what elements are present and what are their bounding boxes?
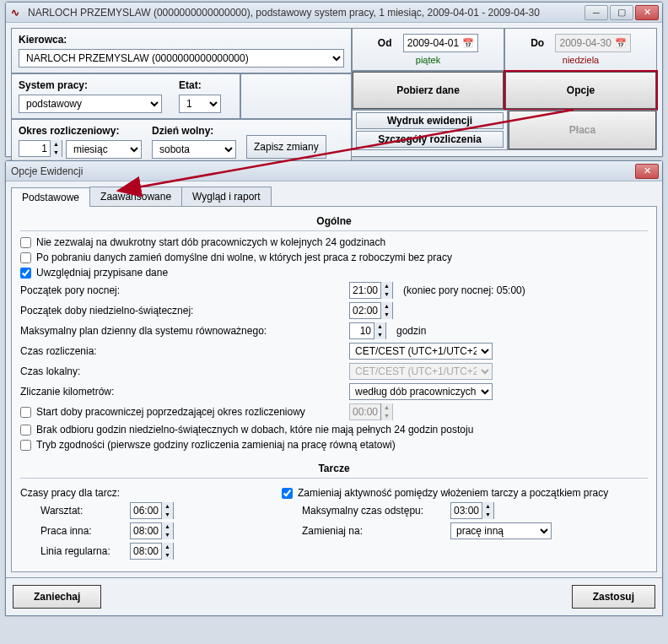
cb-assigned[interactable]: Uwzględniaj przypisane dane: [20, 267, 648, 279]
cb-prev-start[interactable]: Start doby pracowniczej poprzedzającej o…: [20, 406, 349, 418]
system-cell: System pracy: podstawowy Etat: 1: [11, 73, 240, 119]
dialog-close-button[interactable]: ✕: [635, 164, 659, 179]
dialog-title: Opcje Ewidencji: [11, 165, 635, 177]
km-select[interactable]: według dób pracowniczych: [349, 383, 493, 400]
dzien-label: Dzień wolny:: [152, 125, 236, 137]
od-cell: Od 2009-04-01📅 piątek: [352, 28, 504, 71]
warsztat-label: Warsztat:: [20, 505, 130, 517]
spacer-cell: [240, 73, 352, 119]
do-label: Do: [531, 37, 544, 49]
inna-spin[interactable]: 08:00▲▼: [130, 522, 174, 539]
tab-view[interactable]: Wygląd i raport: [181, 187, 272, 206]
system-label: System pracy:: [19, 79, 162, 91]
tab-advanced[interactable]: Zaawansowane: [89, 187, 182, 206]
local-select: CET/CEST (UTC+1/UTC+2): [349, 363, 493, 380]
dialog-titlebar[interactable]: Opcje Ewidencji ✕: [6, 161, 662, 181]
options-dialog: Opcje Ewidencji ✕ Podstawowe Zaawansowan…: [5, 160, 663, 616]
main-titlebar[interactable]: ∿ NARLOCH PRZEMYSLAW (0000000000000000),…: [6, 3, 662, 23]
night-spin[interactable]: 21:00▲▼: [349, 282, 393, 299]
app-logo-icon: ∿: [11, 7, 23, 19]
linia-spin[interactable]: 08:00▲▼: [130, 543, 174, 560]
pay-button: Płaca: [509, 111, 656, 149]
do-dow: niedziela: [509, 55, 653, 65]
okres-cell: Okres rozliczeniowy: 1▲▼ miesiąc Dzień w…: [11, 119, 352, 165]
main-window: ∿ NARLOCH PRZEMYSLAW (0000000000000000),…: [5, 2, 663, 157]
swapto-label: Zamieniaj na:: [282, 525, 450, 537]
options-cell: Opcje: [504, 71, 657, 110]
sunday-spin[interactable]: 02:00▲▼: [349, 302, 393, 319]
print-button[interactable]: Wydruk ewidencji: [356, 112, 504, 129]
tz-select[interactable]: CET/CEST (UTC+1/UTC+2): [349, 343, 493, 360]
warsztat-spin[interactable]: 06:00▲▼: [130, 502, 174, 519]
driver-select[interactable]: NARLOCH PRZEMYSLAW (0000000000000000): [19, 49, 344, 68]
od-dow: piątek: [356, 55, 500, 65]
system-select[interactable]: podstawowy: [19, 95, 162, 113]
sunday-label: Początek doby niedzielno-świątecznej:: [20, 305, 349, 317]
maxgap-label: Maksymalny czas odstępu:: [282, 505, 450, 517]
okres-spin[interactable]: 1▲▼: [19, 140, 62, 157]
cb-lack[interactable]: Brak odbioru godzin niedzielno-świąteczn…: [20, 424, 648, 436]
okres-unit-select[interactable]: miesiąc: [66, 140, 142, 159]
maxgap-spin[interactable]: 03:00▲▼: [450, 502, 494, 519]
maxplan-spin[interactable]: 10▲▼: [349, 322, 386, 339]
etat-label: Etat:: [179, 79, 221, 91]
driver-cell: Kierowca: NARLOCH PRZEMYSLAW (0000000000…: [11, 28, 352, 73]
fetch-cell: Pobierz dane: [352, 71, 504, 110]
maximize-button[interactable]: ▢: [610, 5, 633, 20]
linia-label: Linia regularna:: [20, 545, 130, 557]
tab-strip: Podstawowe Zaawansowane Wygląd i raport: [11, 187, 657, 207]
night-label: Początek pory nocnej:: [20, 284, 349, 296]
minimize-button[interactable]: ─: [584, 5, 608, 20]
night-hint: (koniec pory nocnej: 05:00): [403, 284, 525, 296]
section-general: Ogólne: [20, 212, 648, 231]
od-label: Od: [378, 37, 392, 49]
prev-spin: 00:00▲▼: [349, 403, 393, 420]
calendar-icon[interactable]: 📅: [462, 38, 474, 49]
maxplan-label: Maksymalny plan dzienny dla systemu równ…: [20, 325, 349, 337]
cb-swap-days[interactable]: Po pobraniu danych zamień domyślne dni w…: [20, 252, 648, 263]
cb-nostart[interactable]: Nie zezwalaj na dwukrotny start dób prac…: [20, 236, 648, 248]
etat-select[interactable]: 1: [179, 95, 221, 113]
close-button[interactable]: ✕: [635, 5, 659, 20]
cb-compat[interactable]: Tryb zgodności (pierwsze godziny rozlicz…: [20, 439, 648, 451]
apply-button[interactable]: Zastosuj: [572, 585, 655, 609]
pay-cell: Płaca: [508, 110, 657, 150]
print-cell: Wydruk ewidencji Szczegóły rozliczenia: [352, 110, 508, 150]
local-label: Czas lokalny:: [20, 365, 349, 377]
maxplan-unit: godzin: [396, 325, 426, 337]
cancel-button[interactable]: Zaniechaj: [13, 585, 101, 609]
tz-label: Czas rozliczenia:: [20, 345, 349, 357]
inna-label: Praca inna:: [20, 525, 130, 537]
driver-label: Kierowca:: [19, 34, 344, 46]
options-button[interactable]: Opcje: [505, 72, 656, 109]
calendar-icon: 📅: [615, 38, 627, 49]
date-to-input: 2009-04-30📅: [555, 34, 630, 52]
section-disks: Tarcze: [20, 459, 648, 479]
cb-swap-activity[interactable]: Zamieniaj aktywność pomiędzy włożeniem t…: [282, 487, 648, 499]
do-cell: Do 2009-04-30📅 niedziela: [504, 28, 657, 71]
swapto-select[interactable]: pracę inną: [450, 522, 552, 539]
date-from-input[interactable]: 2009-04-01📅: [403, 34, 478, 52]
tab-pane: Ogólne Nie zezwalaj na dwukrotny start d…: [11, 207, 657, 572]
disktimes-label: Czasy pracy dla tarcz:: [20, 487, 130, 499]
km-label: Zliczanie kilometrów:: [20, 386, 349, 398]
dzien-select[interactable]: sobota: [152, 140, 236, 159]
details-button[interactable]: Szczegóły rozliczenia: [356, 131, 504, 148]
dialog-buttonbar: Zaniechaj Zastosuj: [6, 577, 662, 615]
fetch-button[interactable]: Pobierz dane: [353, 72, 504, 109]
tab-basic[interactable]: Podstawowe: [11, 187, 90, 207]
main-title: NARLOCH PRZEMYSLAW (0000000000000000), p…: [28, 7, 584, 19]
okres-label: Okres rozliczeniowy:: [19, 125, 142, 137]
save-button[interactable]: Zapisz zmiany: [246, 135, 326, 159]
